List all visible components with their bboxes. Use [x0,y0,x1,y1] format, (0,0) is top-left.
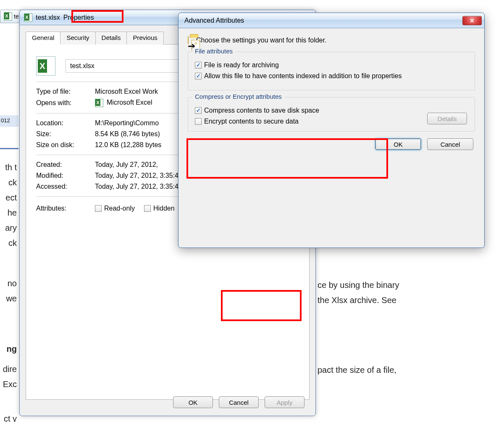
advanced-titlebar[interactable]: Advanced Attributes ✕ [178,13,484,28]
tab-security[interactable]: Security [60,32,95,45]
hidden-label: Hidden [153,205,175,212]
compress-encrypt-group: Compress or Encrypt attributes Compress … [188,97,475,132]
bg-left-4: ary [0,220,17,235]
tab-previous-versions[interactable]: Previous [126,32,163,45]
checkbox-icon [195,62,202,69]
tab-details[interactable]: Details [95,32,127,45]
encrypt-label: Encrypt contents to secure data [204,118,299,125]
created-label: Created: [36,161,95,169]
apply-button[interactable]: Apply [265,396,304,408]
accessed-label: Accessed: [36,183,95,190]
compress-encrypt-legend: Compress or Encrypt attributes [192,93,284,100]
close-icon: ✕ [470,17,475,24]
bg-right-5: pact the size of a file, [318,362,396,377]
bg-left-5: ck [0,235,17,251]
size-label: Size: [36,130,95,138]
advanced-cancel-button[interactable]: Cancel [427,138,473,150]
bg-left-3: he [0,205,17,220]
bg-left-12: dire [0,361,17,377]
type-of-file-label: Type of file: [36,88,95,95]
checkbox-icon [195,73,202,79]
compress-label: Compress contents to save disk space [204,107,319,114]
opens-with-label: Opens with: [36,99,95,107]
advanced-ok-button[interactable]: OK [375,138,421,150]
bg-left-15: ct y [0,411,17,422]
readonly-label: Read-only [104,205,135,212]
properties-title-prefix: test.xlsx [36,14,60,21]
excel-icon [24,13,32,22]
checkbox-icon [144,205,151,212]
hidden-checkbox[interactable]: Hidden [144,205,175,212]
archive-checkbox[interactable]: File is ready for archiving [195,61,468,69]
cancel-button[interactable]: Cancel [219,396,259,408]
advanced-attributes-dialog: Advanced Attributes ✕ ➔ Choose the setti… [178,13,485,248]
bg-left-1: ck [0,175,17,190]
bg-right-1: the Xlsx archive. See [318,293,396,308]
advanced-intro: Choose the settings you want for this fo… [196,37,326,44]
attributes-label: Attributes: [36,205,95,212]
index-label: Allow this file to have contents indexed… [204,72,402,80]
advanced-title: Advanced Attributes [184,17,244,24]
bg-right-0: ce by using the binary [318,277,399,293]
bg-left-13: Exc [0,377,17,392]
file-attributes-group: File attributes File is ready for archiv… [188,52,475,90]
properties-title-suffix: Properties [63,14,94,21]
background-divider [0,148,18,149]
checkbox-icon [195,107,202,114]
bg-left-2: ect [0,190,17,205]
bg-left-8: we [0,291,17,306]
size-on-disk-label: Size on disk: [36,141,95,149]
ok-button[interactable]: OK [173,396,213,408]
bg-left-7: no [0,276,17,291]
file-attributes-legend: File attributes [192,47,235,55]
background-tab-label: te [14,13,19,20]
location-label: Location: [36,119,95,127]
modified-label: Modified: [36,172,95,179]
readonly-checkbox[interactable]: Read-only [95,205,135,212]
excel-icon [95,99,103,107]
background-row: 012 [0,116,18,127]
checkbox-icon [95,205,102,212]
archive-label: File is ready for archiving [204,61,279,69]
checkbox-icon [195,118,202,125]
close-button[interactable]: ✕ [462,16,482,25]
tab-general[interactable]: General [26,32,60,45]
details-button[interactable]: Details [427,113,467,124]
bg-left-0: th t [0,160,17,175]
index-checkbox[interactable]: Allow this file to have contents indexed… [195,72,468,80]
excel-file-icon [36,56,55,76]
bg-left-11: ng [0,341,17,356]
excel-icon [4,12,12,21]
